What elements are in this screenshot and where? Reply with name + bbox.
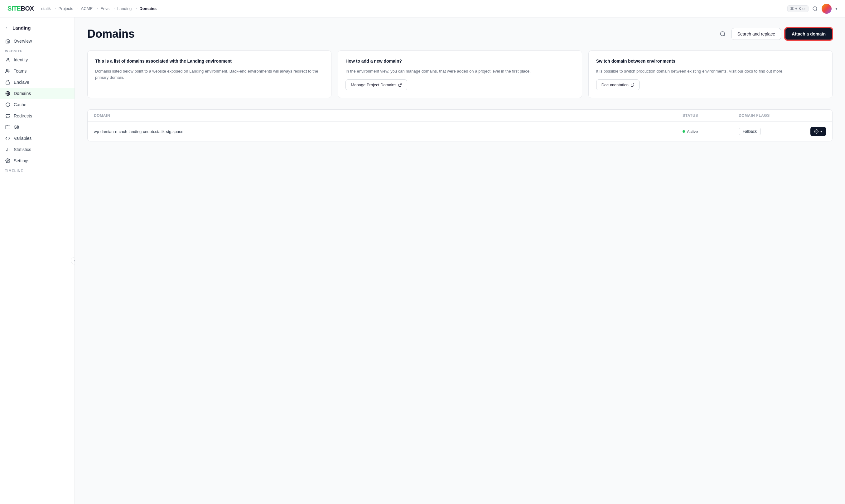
- user-menu-chevron[interactable]: ▾: [835, 6, 838, 11]
- svg-point-15: [816, 131, 817, 132]
- lock-icon: [5, 79, 11, 85]
- sidebar-item-settings[interactable]: Settings: [0, 155, 74, 166]
- svg-point-3: [6, 69, 8, 71]
- manage-project-domains-button[interactable]: Manage Project Domains: [345, 79, 407, 90]
- svg-line-1: [816, 10, 817, 11]
- or-label: or: [802, 6, 806, 11]
- sidebar-item-overview[interactable]: Overview: [0, 36, 74, 47]
- fallback-flag: Fallback: [739, 128, 761, 135]
- search-replace-button[interactable]: Search and replace: [731, 28, 781, 40]
- person-icon: [5, 57, 11, 62]
- sidebar-section-website: WEBSITE: [0, 47, 74, 54]
- sidebar-item-cache[interactable]: Cache: [0, 99, 74, 110]
- sidebar-item-git[interactable]: Git: [0, 122, 74, 133]
- domain-actions-button[interactable]: ▾: [810, 127, 826, 136]
- gear-icon: [5, 158, 11, 164]
- attach-domain-button[interactable]: Attach a domain: [785, 28, 832, 40]
- svg-line-14: [632, 84, 634, 85]
- sidebar-item-label: Git: [14, 125, 19, 130]
- key-label: K: [798, 6, 801, 11]
- folder-icon: [5, 124, 11, 130]
- domain-flags: Fallback: [739, 128, 801, 135]
- info-card-text: It is possible to switch production doma…: [596, 68, 825, 75]
- sidebar-item-enclave[interactable]: Enclave: [0, 77, 74, 88]
- sidebar: ← Landing Overview WEBSITE Identity Team…: [0, 17, 75, 504]
- redirect-icon: [5, 113, 11, 119]
- back-arrow-icon: ←: [5, 25, 10, 31]
- info-card-switch: Switch domain between environments It is…: [588, 51, 832, 98]
- button-label: Documentation: [602, 83, 628, 87]
- topnav-left: SITEBOX statik → Projects → ACME → Envs …: [7, 5, 157, 12]
- breadcrumb-item[interactable]: ACME: [81, 6, 93, 11]
- sidebar-item-label: Enclave: [14, 80, 29, 85]
- table-row: wp-damian-n-cach-landing-xeupb.statik-st…: [88, 122, 832, 141]
- sidebar-item-label: Cache: [14, 102, 26, 107]
- refresh-icon: [5, 102, 11, 107]
- logo: SITEBOX: [7, 5, 34, 12]
- external-link-icon: [398, 83, 402, 87]
- sidebar-item-redirects[interactable]: Redirects: [0, 110, 74, 122]
- sidebar-back-label: Landing: [13, 25, 31, 31]
- home-icon: [5, 38, 11, 44]
- logo-site: SITE: [7, 5, 21, 12]
- sidebar-item-domains[interactable]: Domains: [0, 88, 74, 99]
- table-header: Domain Status Domain Flags: [88, 110, 832, 122]
- sidebar-item-label: Identity: [14, 57, 28, 62]
- external-link-icon: [631, 83, 634, 87]
- globe-icon: [5, 91, 11, 96]
- sidebar-item-label: Teams: [14, 69, 27, 73]
- sidebar-item-label: Redirects: [14, 113, 32, 119]
- avatar: [822, 4, 832, 14]
- sidebar-back-button[interactable]: ← Landing: [0, 22, 74, 36]
- search-icon-button[interactable]: [718, 29, 728, 39]
- breadcrumb-arrow: →: [111, 6, 115, 11]
- info-cards-section: This is a list of domains associated wit…: [87, 51, 832, 98]
- info-card-text: In the environment view, you can manage …: [345, 68, 574, 75]
- topnav: SITEBOX statik → Projects → ACME → Envs …: [0, 0, 845, 17]
- row-actions: ▾: [801, 127, 826, 136]
- info-card-title: How to add a new domain?: [345, 58, 574, 65]
- breadcrumb-item[interactable]: statik: [41, 6, 51, 11]
- page-title: Domains: [87, 28, 135, 40]
- header-actions: Search and replace Attach a domain: [718, 28, 832, 40]
- sidebar-item-label: Domains: [14, 91, 31, 96]
- cmd-icon: ⌘: [790, 6, 794, 11]
- breadcrumb-current: Domains: [139, 6, 157, 11]
- status-badge: Active: [683, 129, 739, 134]
- column-flags: Domain Flags: [739, 113, 801, 118]
- people-icon: [5, 68, 11, 74]
- sidebar-item-statistics[interactable]: Statistics: [0, 144, 74, 155]
- svg-point-2: [7, 58, 8, 60]
- breadcrumb-item[interactable]: Projects: [58, 6, 73, 11]
- search-button[interactable]: [812, 6, 818, 12]
- page-header: Domains Search and replace Attach a doma…: [87, 28, 832, 40]
- button-label: Manage Project Domains: [351, 83, 396, 87]
- svg-point-11: [720, 32, 724, 36]
- sidebar-item-teams[interactable]: Teams: [0, 66, 74, 77]
- svg-rect-4: [6, 82, 10, 84]
- svg-line-12: [724, 35, 725, 36]
- breadcrumb-item[interactable]: Landing: [117, 6, 132, 11]
- sidebar-item-variables[interactable]: Variables: [0, 133, 74, 144]
- sidebar-item-identity[interactable]: Identity: [0, 54, 74, 66]
- breadcrumb-arrow: →: [134, 6, 138, 11]
- sidebar-collapse-button[interactable]: ‹: [71, 257, 75, 265]
- documentation-button[interactable]: Documentation: [596, 79, 639, 90]
- column-domain: Domain: [94, 113, 683, 118]
- breadcrumb-item[interactable]: Envs: [100, 6, 109, 11]
- gear-icon: [814, 129, 818, 133]
- info-card-list: This is a list of domains associated wit…: [87, 51, 331, 98]
- domain-name: wp-damian-n-cach-landing-xeupb.statik-st…: [94, 129, 683, 134]
- breadcrumb-arrow: →: [75, 6, 79, 11]
- keyboard-shortcut: ⌘ + K or: [787, 5, 809, 12]
- chevron-down-icon: ▾: [821, 130, 822, 133]
- status-dot-active: [683, 130, 685, 133]
- breadcrumb: statik → Projects → ACME → Envs → Landin…: [41, 6, 157, 11]
- sidebar-section-timeline: TIMELINE: [0, 166, 74, 174]
- svg-point-0: [813, 6, 817, 10]
- svg-point-10: [7, 160, 8, 161]
- sidebar-item-label: Statistics: [14, 147, 31, 152]
- column-actions: [801, 113, 826, 118]
- info-card-title: This is a list of domains associated wit…: [95, 58, 324, 65]
- plus-label: +: [795, 6, 797, 11]
